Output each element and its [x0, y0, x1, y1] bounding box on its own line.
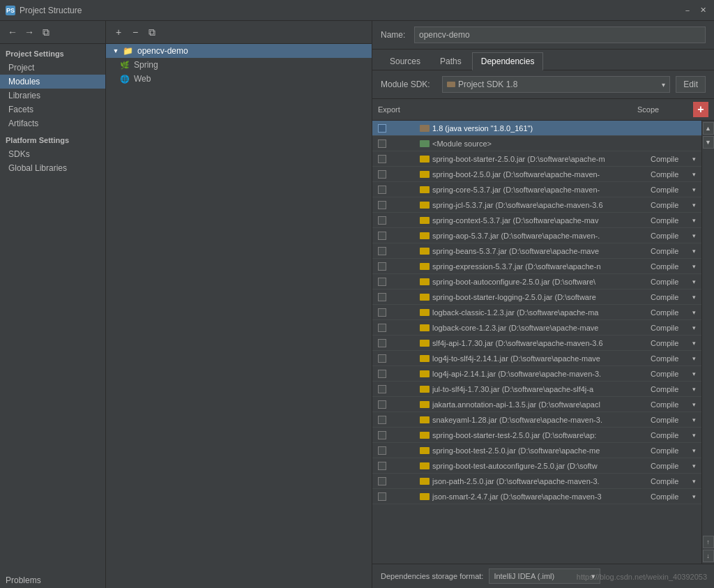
dep-jar-row[interactable]: log4j-api-2.14.1.jar (D:\software\apache…: [372, 366, 701, 382]
dep-jar-row[interactable]: logback-classic-1.2.3.jar (D:\software\a…: [372, 305, 701, 320]
scope-arrow[interactable]: ▾: [692, 493, 696, 500]
jar-checkbox[interactable]: [378, 170, 386, 179]
scope-arrow[interactable]: ▾: [692, 171, 696, 178]
dep-jar-row[interactable]: spring-boot-test-2.5.0.jar (D:\software\…: [372, 443, 701, 458]
dep-jar-row[interactable]: spring-boot-starter-test-2.5.0.jar (D:\s…: [372, 428, 701, 443]
jar-checkbox[interactable]: [378, 324, 386, 332]
scroll-down-btn[interactable]: ▼: [703, 136, 714, 149]
dep-jar-row[interactable]: spring-boot-starter-2.5.0.jar (D:\softwa…: [372, 151, 701, 167]
edit-sdk-button[interactable]: Edit: [676, 76, 706, 93]
scope-arrow[interactable]: ▾: [692, 386, 696, 393]
scope-arrow[interactable]: ▾: [692, 401, 696, 408]
deps-scrollable[interactable]: 1.8 (java version "1.8.0_161") <Module s…: [372, 121, 701, 564]
move-up-btn[interactable]: ↑: [703, 536, 714, 548]
dep-jar-row[interactable]: jul-to-slf4j-1.7.30.jar (D:\software\apa…: [372, 382, 701, 397]
dep-module-source-row[interactable]: <Module source>: [372, 136, 701, 151]
jar-checkbox[interactable]: [378, 186, 386, 194]
dep-jar-row[interactable]: jakarta.annotation-api-1.3.5.jar (D:\sof…: [372, 397, 701, 412]
scope-arrow[interactable]: ▾: [692, 432, 696, 439]
dep-jar-row[interactable]: slf4j-api-1.7.30.jar (D:\software\apache…: [372, 336, 701, 351]
dep-jar-row[interactable]: spring-aop-5.3.7.jar (D:\software\apache…: [372, 228, 701, 243]
tree-web-node[interactable]: 🌐 Web: [106, 72, 372, 86]
jar-checkbox[interactable]: [378, 339, 386, 347]
dep-jar-row[interactable]: spring-boot-2.5.0.jar (D:\software\apach…: [372, 167, 701, 182]
scope-arrow[interactable]: ▾: [692, 309, 696, 316]
sidebar-item-global-libraries[interactable]: Global Libraries: [0, 161, 105, 175]
dep-jar-row[interactable]: spring-expression-5.3.7.jar (D:\software…: [372, 259, 701, 274]
jar-checkbox[interactable]: [378, 232, 386, 240]
jar-checkbox[interactable]: [378, 400, 386, 409]
remove-module-button[interactable]: −: [128, 25, 142, 39]
scope-arrow[interactable]: ▾: [692, 263, 696, 270]
scroll-up-btn[interactable]: ▲: [703, 122, 714, 135]
dep-jar-row[interactable]: spring-core-5.3.7.jar (D:\software\apach…: [372, 182, 701, 197]
jar-checkbox[interactable]: [378, 385, 386, 393]
minimize-button[interactable]: −: [682, 5, 693, 16]
dep-jar-row[interactable]: json-smart-2.4.7.jar (D:\software\apache…: [372, 489, 701, 504]
jar-checkbox[interactable]: [378, 293, 386, 301]
tab-dependencies[interactable]: Dependencies: [472, 52, 544, 70]
jar-checkbox[interactable]: [378, 477, 386, 485]
sidebar-item-facets[interactable]: Facets: [0, 103, 105, 116]
dep-jar-row[interactable]: spring-beans-5.3.7.jar (D:\software\apac…: [372, 243, 701, 259]
dep-jar-row[interactable]: logback-core-1.2.3.jar (D:\software\apac…: [372, 320, 701, 336]
jar-checkbox[interactable]: [378, 492, 386, 501]
sidebar-item-artifacts[interactable]: Artifacts: [0, 116, 105, 130]
jar-checkbox[interactable]: [378, 431, 386, 439]
dep-jar-row[interactable]: snakeyaml-1.28.jar (D:\software\apache-m…: [372, 412, 701, 428]
copy-button[interactable]: ⧉: [39, 25, 53, 39]
dep-jar-row[interactable]: json-path-2.5.0.jar (D:\software\apache-…: [372, 474, 701, 489]
sidebar-item-sdks[interactable]: SDKs: [0, 147, 105, 161]
scope-arrow[interactable]: ▾: [692, 294, 696, 301]
tree-root-node[interactable]: ▼ 📁 opencv-demo: [106, 44, 372, 58]
dep-jar-row[interactable]: spring-boot-autoconfigure-2.5.0.jar (D:\…: [372, 274, 701, 289]
scope-arrow[interactable]: ▾: [692, 447, 696, 454]
sidebar-item-libraries[interactable]: Libraries: [0, 89, 105, 103]
scope-arrow[interactable]: ▾: [692, 478, 696, 485]
sdk-select[interactable]: Project SDK 1.8 ▾: [442, 76, 670, 93]
name-input[interactable]: [414, 27, 706, 43]
close-button[interactable]: ✕: [697, 5, 708, 16]
add-module-button[interactable]: +: [112, 25, 126, 39]
jar-checkbox[interactable]: [378, 278, 386, 286]
dep-jar-row[interactable]: log4j-to-slf4j-2.14.1.jar (D:\software\a…: [372, 351, 701, 366]
jar-checkbox[interactable]: [378, 247, 386, 255]
scope-arrow[interactable]: ▾: [692, 324, 696, 331]
jdk-checkbox[interactable]: [378, 124, 386, 133]
scope-arrow[interactable]: ▾: [692, 232, 696, 239]
module-source-checkbox[interactable]: [378, 140, 386, 148]
scope-arrow[interactable]: ▾: [692, 355, 696, 362]
nav-forward-button[interactable]: →: [22, 25, 36, 39]
scope-arrow[interactable]: ▾: [692, 370, 696, 377]
scope-arrow[interactable]: ▾: [692, 340, 696, 347]
scope-arrow[interactable]: ▾: [692, 248, 696, 255]
dep-jar-row[interactable]: spring-context-5.3.7.jar (D:\software\ap…: [372, 213, 701, 228]
move-down-btn[interactable]: ↓: [703, 550, 714, 562]
nav-back-button[interactable]: ←: [6, 25, 20, 39]
jar-checkbox[interactable]: [378, 308, 386, 317]
sidebar-item-problems[interactable]: Problems: [0, 571, 105, 588]
scope-arrow[interactable]: ▾: [692, 462, 696, 469]
add-dependency-button[interactable]: +: [693, 102, 708, 117]
jar-checkbox[interactable]: [378, 462, 386, 470]
scope-arrow[interactable]: ▾: [692, 278, 696, 285]
dep-jar-row[interactable]: spring-boot-starter-logging-2.5.0.jar (D…: [372, 289, 701, 305]
scope-arrow[interactable]: ▾: [692, 156, 696, 163]
tree-spring-node[interactable]: 🌿 Spring: [106, 58, 372, 72]
tab-paths[interactable]: Paths: [431, 52, 471, 70]
jar-checkbox[interactable]: [378, 446, 386, 455]
scope-arrow[interactable]: ▾: [692, 217, 696, 224]
sidebar-item-project[interactable]: Project: [0, 61, 105, 75]
jar-checkbox[interactable]: [378, 262, 386, 271]
scope-arrow[interactable]: ▾: [692, 416, 696, 423]
jar-checkbox[interactable]: [378, 354, 386, 363]
scope-arrow[interactable]: ▾: [692, 202, 696, 209]
sidebar-item-modules[interactable]: Modules: [0, 75, 105, 89]
jar-checkbox[interactable]: [378, 201, 386, 209]
jar-checkbox[interactable]: [378, 216, 386, 225]
jar-checkbox[interactable]: [378, 416, 386, 424]
dep-jar-row[interactable]: spring-jcl-5.3.7.jar (D:\software\apache…: [372, 197, 701, 213]
tab-sources[interactable]: Sources: [381, 52, 430, 70]
jar-checkbox[interactable]: [378, 155, 386, 163]
dep-jdk-row[interactable]: 1.8 (java version "1.8.0_161"): [372, 121, 701, 136]
